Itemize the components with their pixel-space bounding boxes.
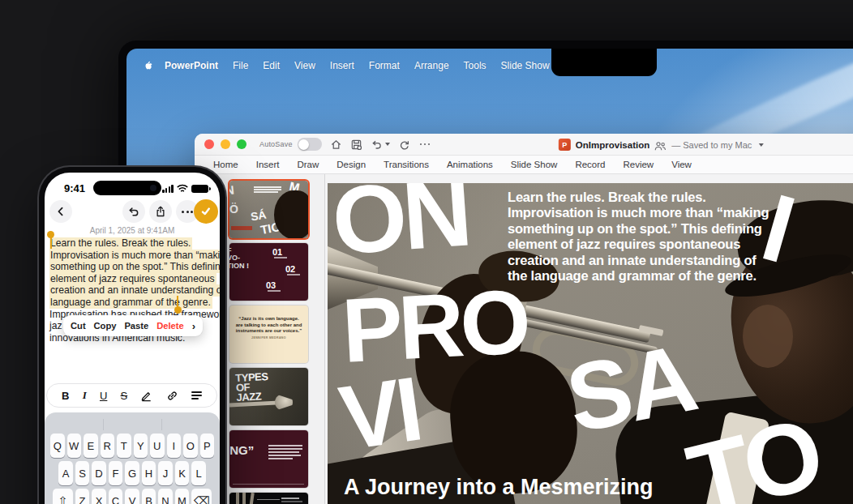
menu-item-app[interactable]: PowerPoint [157,60,225,71]
home-icon[interactable] [330,139,342,151]
keyboard-key[interactable]: Z [75,489,90,504]
document-name[interactable]: OnImprovisation [576,140,649,150]
camera-dot [150,185,156,191]
undo-icon[interactable] [371,139,383,151]
document-title-group: P OnImprovisation — Saved to my Mac [559,134,764,156]
selected-text-line[interactable]: Learn the rules. Break the rules. [49,237,192,250]
redo-icon[interactable] [398,139,410,151]
menu-item-arrange[interactable]: Arrange [407,60,457,71]
saved-status-caret[interactable] [759,143,764,147]
bold-button[interactable]: B [62,390,69,402]
strikethrough-button[interactable]: S [121,390,128,402]
close-button[interactable] [204,139,214,149]
tab-view[interactable]: View [662,160,701,169]
keyboard-key[interactable]: B [142,489,156,504]
selected-text-line[interactable]: language and grammar of the genre. [49,297,212,309]
keyboard-key[interactable]: E [84,434,98,458]
thumbnail-slide-4[interactable]: TYPES OF JAZZ [229,368,308,425]
thumbnail-slide-3[interactable]: “Jazz is its own language. are talking t… [229,305,308,363]
keyboard-key[interactable]: A [58,461,73,485]
tab-review[interactable]: Review [614,160,662,169]
paste-button[interactable]: Paste [124,321,148,331]
keyboard-key[interactable]: I [167,434,182,458]
delete-button[interactable]: Delete [156,321,184,331]
keyboard-key[interactable]: W [67,434,82,458]
keyboard-key[interactable]: D [92,461,106,485]
slide-subtitle[interactable]: A Journey into a Mesmerizing [344,475,654,500]
keyboard-key[interactable]: Y [134,434,148,458]
keyboard: Q W E R T Y U I O P A S D F G H [45,412,220,504]
keyboard-key[interactable]: K [175,461,190,485]
backspace-key[interactable]: ⌫ [191,489,212,504]
undo-button[interactable] [122,200,145,223]
zoom-button[interactable] [237,139,246,149]
keyboard-key[interactable]: P [200,434,215,458]
cut-button[interactable]: Cut [71,321,86,331]
link-icon[interactable] [166,390,178,402]
shift-key[interactable]: ⇧ [53,489,73,504]
tab-slideshow[interactable]: Slide Show [502,160,567,169]
tab-draw[interactable]: Draw [288,160,328,169]
keyboard-key[interactable]: X [92,489,106,504]
keyboard-key[interactable]: V [125,489,139,504]
share-button[interactable] [149,200,172,223]
save-icon[interactable] [350,139,362,151]
thumbnail-slide-2[interactable]: F VO- TION ! 01 02 03 [229,243,308,301]
copy-button[interactable]: Copy [94,321,117,331]
menu-item-edit[interactable]: Edit [255,60,287,71]
tab-transitions[interactable]: Transitions [375,160,438,169]
selected-text-line[interactable]: creation and an innate understanding of … [49,284,220,297]
menu-item-tools[interactable]: Tools [457,60,494,71]
saved-status[interactable]: — Saved to my Mac [671,140,752,150]
thumbnail-slide-5[interactable]: ING” [229,430,308,488]
collaborators-icon[interactable] [654,139,667,150]
tab-insert[interactable]: Insert [247,160,289,169]
done-check-button[interactable] [194,199,218,224]
tab-home[interactable]: Home [204,160,247,169]
selected-text-line[interactable]: element of jazz requires spontaneous [49,273,216,285]
keyboard-key[interactable]: C [109,489,123,504]
menu-item-insert[interactable]: Insert [323,60,362,71]
alignment-icon[interactable] [191,391,202,399]
keyboard-key[interactable]: N [158,489,173,504]
keyboard-key[interactable]: O [183,434,198,458]
slide-editing-area[interactable]: ON I PRO VI SA TO Learn the rules. Break… [325,174,853,504]
selection-end-handle[interactable] [174,306,182,314]
selected-text-line[interactable]: Improvisation is much more than “making [49,250,220,262]
selected-text-line[interactable]: something up on the spot.” This defining [49,261,220,273]
keyboard-key[interactable]: G [125,461,139,485]
thumbnail-slide-6[interactable] [229,493,308,504]
menu-item-slideshow[interactable]: Slide Show [494,60,557,71]
current-slide[interactable]: ON I PRO VI SA TO Learn the rules. Break… [328,183,853,504]
more-toolbar-icon[interactable] [420,143,431,146]
keyboard-key[interactable]: R [101,434,115,458]
keyboard-key[interactable]: Q [50,434,65,458]
menu-item-format[interactable]: Format [362,60,407,71]
tab-record[interactable]: Record [566,160,614,169]
keyboard-key[interactable]: T [117,434,131,458]
back-button[interactable] [49,200,72,223]
autosave-toggle[interactable] [298,138,322,151]
keyboard-key[interactable]: M [175,489,190,504]
thumb1-label [231,226,252,230]
highlighter-pen-icon[interactable] [140,390,152,402]
slide-body-text[interactable]: Learn the rules. Break the rules. Improv… [508,190,832,284]
thumbnail-slide-1[interactable]: N M Ö SÁ TION [229,181,308,238]
keyboard-key[interactable]: S [75,461,90,485]
keyboard-key[interactable]: J [158,461,173,485]
apple-logo-icon[interactable] [143,60,154,72]
keyboard-key[interactable]: L [191,461,206,485]
italic-button[interactable]: I [83,389,87,402]
tab-design[interactable]: Design [328,160,375,169]
tab-animations[interactable]: Animations [438,160,502,169]
menu-item-file[interactable]: File [225,60,255,71]
undo-dropdown-caret[interactable] [385,143,390,146]
underline-button[interactable]: U [100,390,107,402]
minimize-button[interactable] [221,139,230,149]
keyboard-key[interactable]: U [150,434,165,458]
keyboard-key[interactable]: F [109,461,123,485]
menu-more-chevron[interactable]: › [192,321,195,331]
menu-item-view[interactable]: View [287,60,323,71]
keyboard-key[interactable]: H [142,461,156,485]
powerpoint-window: AutoSave P OnImprovisation [195,134,853,504]
